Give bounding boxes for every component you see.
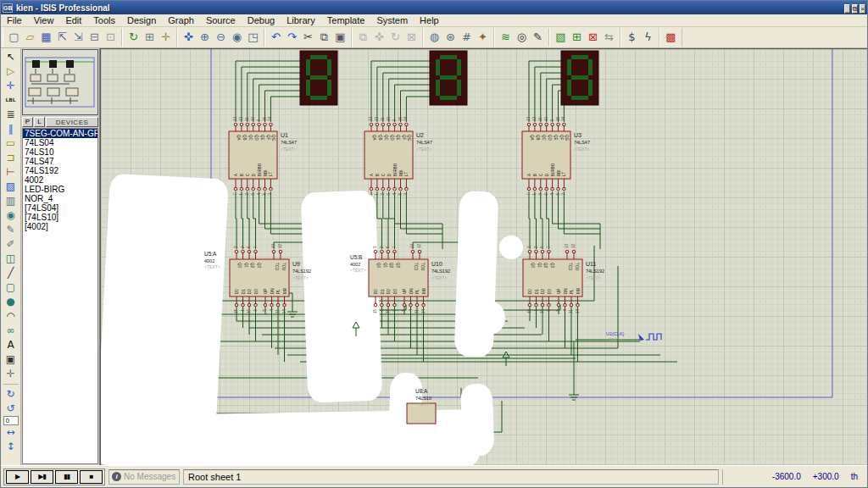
toolbar-decompose-icon[interactable]: ✦ xyxy=(475,30,491,46)
graphics-line-mode-icon[interactable]: ╱ xyxy=(3,266,19,280)
menu-debug[interactable]: Debug xyxy=(242,15,281,25)
toolbar-redraw-icon[interactable]: ↻ xyxy=(125,30,142,46)
toolbar-block-rotate-icon[interactable]: ↻ xyxy=(387,30,403,46)
toolbar-zoom-area-icon[interactable]: ◳ xyxy=(245,30,261,46)
device-item[interactable]: NOR_4 xyxy=(23,194,97,203)
menu-view[interactable]: View xyxy=(28,15,60,25)
toolbar-wire-autorouter-icon[interactable]: ≋ xyxy=(498,30,514,46)
toolbar-electrical-rule-check-icon[interactable]: ϟ xyxy=(640,30,656,46)
toolbar-pan-icon[interactable]: ✜ xyxy=(181,30,197,46)
toolbar-import-section-icon[interactable]: ⇱ xyxy=(54,30,70,46)
rotation-angle-field[interactable] xyxy=(3,416,19,425)
toolbar-block-copy-icon[interactable]: ⧉ xyxy=(355,30,371,46)
menu-source[interactable]: Source xyxy=(200,15,242,25)
toolbar-mark-output-area-icon[interactable]: ⊡ xyxy=(103,30,119,46)
menu-system[interactable]: System xyxy=(370,15,414,25)
toolbar-origin-icon[interactable]: ✛ xyxy=(158,30,174,46)
device-item[interactable]: 74LS47 xyxy=(23,157,97,166)
toolbar-bill-of-materials-icon[interactable]: $ xyxy=(624,30,640,46)
toolbar-paste-icon[interactable]: ▣ xyxy=(332,30,348,46)
toolbar-netlist-to-ares-icon[interactable]: ▩ xyxy=(663,30,679,46)
minimize-button[interactable]: _ xyxy=(844,4,849,14)
toolbar-property-assignment-icon[interactable]: ✎ xyxy=(530,30,546,46)
current-probe-mode-icon[interactable]: ✐ xyxy=(3,237,19,252)
toolbar-packaging-tool-icon[interactable]: # xyxy=(459,30,475,46)
graphics-path-mode-icon[interactable]: ∞ xyxy=(3,324,19,338)
component-mode-icon[interactable]: ▷ xyxy=(3,64,19,79)
subcircuit-mode-icon[interactable]: ▭ xyxy=(3,136,19,151)
title-bar[interactable]: GB kien - ISIS Professional _⧉× xyxy=(1,1,867,14)
close-button[interactable]: × xyxy=(860,4,865,14)
menu-help[interactable]: Help xyxy=(414,15,445,25)
graphics-arc-mode-icon[interactable]: ◠ xyxy=(3,309,19,324)
counter-U11[interactable]: 3Q02Q16Q27Q313TCD12TCU15D01D110D29D35UP4… xyxy=(523,243,604,313)
rotate-clockwise-icon[interactable]: ↻ xyxy=(3,387,19,402)
flip-vertical-icon[interactable]: ↕ xyxy=(3,440,19,454)
buses-mode-icon[interactable]: ∥ xyxy=(3,122,19,136)
step-button[interactable]: ▶▮ xyxy=(31,470,53,484)
rotate-anticlockwise-icon[interactable]: ↺ xyxy=(3,402,19,416)
toolbar-zoom-all-icon[interactable]: ◉ xyxy=(229,30,245,46)
toolbar-pick-parts-icon[interactable]: ◍ xyxy=(426,30,442,46)
device-item[interactable]: 74LS192 xyxy=(23,166,97,175)
restore-button[interactable]: ⧉ xyxy=(852,4,859,14)
device-item[interactable]: [74LS10] xyxy=(23,213,97,222)
toolbar-new-sheet-icon[interactable]: ⊞ xyxy=(569,30,585,46)
graphics-circle-mode-icon[interactable]: ● xyxy=(3,295,19,309)
graph-mode-icon[interactable]: ▨ xyxy=(3,180,19,194)
toolbar-export-section-icon[interactable]: ⇲ xyxy=(70,30,86,46)
library-button[interactable]: L xyxy=(34,117,45,127)
device-item[interactable]: 74LS10 xyxy=(23,147,97,157)
menu-graph[interactable]: Graph xyxy=(162,15,200,25)
decoder-U1[interactable]: 13QA7A12QB1B11QC2C10QD6D9QE4BI/RBO15QF5R… xyxy=(229,116,297,195)
device-item[interactable]: 4002 xyxy=(23,175,97,185)
stop-button[interactable]: ■ xyxy=(80,470,103,484)
tape-recorder-mode-icon[interactable]: ▥ xyxy=(3,194,19,208)
toolbar-block-delete-icon[interactable]: ⊠ xyxy=(403,30,420,46)
graphics-box-mode-icon[interactable]: ▢ xyxy=(3,280,19,295)
toolbar-save-icon[interactable]: ▦ xyxy=(38,30,54,46)
toolbar-copy-icon[interactable]: ⧉ xyxy=(316,30,332,46)
menu-library[interactable]: Library xyxy=(281,15,321,25)
menu-edit[interactable]: Edit xyxy=(59,15,87,25)
toolbar-print-icon[interactable]: ⊟ xyxy=(86,30,103,46)
terminals-mode-icon[interactable]: ⊐ xyxy=(3,151,19,165)
voltage-probe-mode-icon[interactable]: ✎ xyxy=(3,223,19,237)
device-item[interactable]: [4002] xyxy=(23,222,97,231)
toolbar-exit-to-parent-icon[interactable]: ⇆ xyxy=(601,30,617,46)
generator-mode-icon[interactable]: ◉ xyxy=(3,208,19,223)
text-script-mode-icon[interactable]: ≣ xyxy=(3,108,19,122)
toolbar-remove-sheet-icon[interactable]: ⊠ xyxy=(585,30,601,46)
junction-dot-mode-icon[interactable]: ✛ xyxy=(3,79,19,93)
overview-preview[interactable] xyxy=(22,49,98,115)
toolbar-zoom-out-icon[interactable]: ⊖ xyxy=(213,30,229,46)
device-item[interactable]: [74LS04] xyxy=(23,203,97,213)
toolbar-zoom-to-child-sheet-icon[interactable]: ▧ xyxy=(553,30,569,46)
menu-template[interactable]: Template xyxy=(321,15,371,25)
toolbar-toggle-grid-icon[interactable]: ⊞ xyxy=(142,30,158,46)
menu-design[interactable]: Design xyxy=(121,15,162,25)
toolbar-undo-icon[interactable]: ↶ xyxy=(268,30,284,46)
menu-file[interactable]: File xyxy=(1,15,28,25)
device-pins-mode-icon[interactable]: ⊢ xyxy=(3,165,19,180)
decoder-U2[interactable]: 13QA7A12QB1B11QC2C10QD6D9QE4BI/RBO15QF5R… xyxy=(364,116,432,195)
counter-U9[interactable]: 3Q02Q16Q27Q313TCD12TCU15D01D110D29D35UP4… xyxy=(230,243,311,313)
display-2[interactable] xyxy=(430,51,467,105)
wire-label-mode-icon[interactable]: LBL xyxy=(3,93,19,108)
virtual-instruments-mode-icon[interactable]: ◫ xyxy=(3,252,19,266)
toolbar-redo-icon[interactable]: ↷ xyxy=(284,30,300,46)
device-item[interactable]: 74LS04 xyxy=(23,138,97,147)
play-button[interactable]: ▶ xyxy=(6,470,29,484)
toolbar-make-device-icon[interactable]: ⊛ xyxy=(442,30,459,46)
toolbar-open-folder-icon[interactable]: ▱ xyxy=(22,30,38,46)
toolbar-search-and-tag-icon[interactable]: ◎ xyxy=(514,30,530,46)
counter-U10[interactable]: 3Q02Q16Q27Q313TCD12TCU15D01D110D29D35UP4… xyxy=(369,243,450,313)
toolbar-block-move-icon[interactable]: ✜ xyxy=(371,30,387,46)
menu-tools[interactable]: Tools xyxy=(87,15,121,25)
decoder-U3[interactable]: 13QA7A12QB1B11QC2C10QD6D9QE4BI/RBO15QF5R… xyxy=(522,116,590,195)
flip-horizontal-icon[interactable]: ↔ xyxy=(3,425,19,440)
pause-button[interactable]: ▮▮ xyxy=(55,470,78,484)
toolbar-new-file-icon[interactable]: ▢ xyxy=(6,30,22,46)
selection-mode-icon[interactable]: ↖ xyxy=(3,50,19,64)
markers-mode-icon[interactable]: ✛ xyxy=(3,367,19,381)
